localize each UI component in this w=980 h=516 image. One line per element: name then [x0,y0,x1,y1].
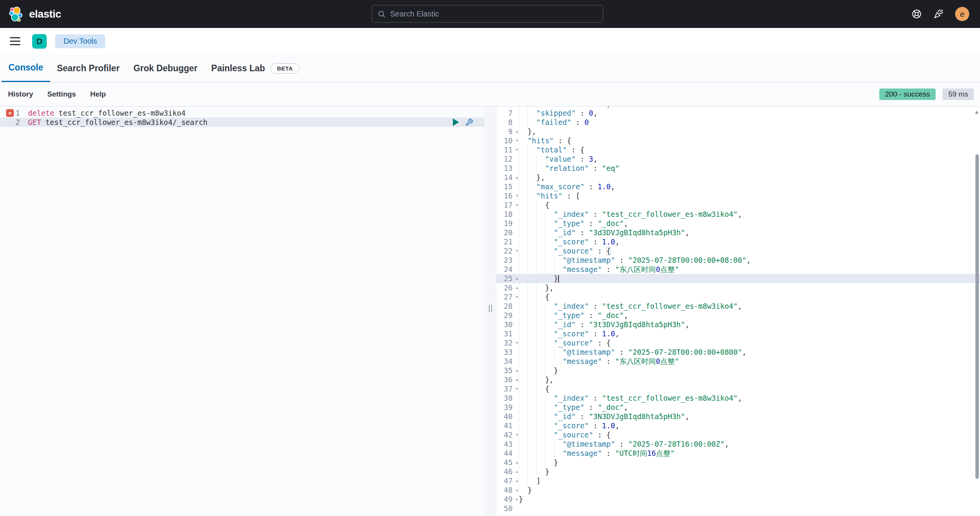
console-menu-settings[interactable]: Settings [47,90,76,98]
response-line[interactable]: 10▾ "hits" : { [497,136,980,145]
fold-close-icon[interactable]: ▴ [515,375,518,384]
response-line[interactable]: 32▾ "_source" : { [497,338,980,347]
user-avatar[interactable]: e [955,7,969,21]
indent-guide [528,320,528,329]
tab-grok-debugger[interactable]: Grok Debugger [126,54,204,82]
fold-open-icon[interactable]: ▾ [515,384,518,393]
response-line[interactable]: 25▴ } [497,274,980,283]
response-line[interactable]: 44 "message" : "UTC时间16点整" [497,449,980,458]
response-line[interactable]: 22▾ "_source" : { [497,246,980,256]
scrollbar-thumb[interactable] [975,154,979,479]
fold-close-icon[interactable]: ▴ [515,283,518,292]
editor-line[interactable]: ×1delete test_ccr_follower_es-m8w3iko4 [0,108,485,118]
response-line[interactable]: 45▴ } [497,458,980,467]
response-line[interactable]: 43 "@timestamp" : "2025-07-28T16:00:00Z"… [497,439,980,449]
response-line[interactable]: 46▴ } [497,467,980,476]
search-input[interactable] [390,10,598,18]
fold-open-icon[interactable]: ▾ [515,136,518,145]
response-line[interactable]: 28 "_index" : "test_ccr_follower_es-m8w3… [497,301,980,311]
indent-guide [545,301,546,311]
fold-close-icon[interactable]: ▴ [515,173,518,182]
indent-guide [528,421,528,430]
tab-painless-lab[interactable]: Painless Lab BETA [204,54,306,82]
response-line[interactable]: 12 "value" : 3, [497,154,980,164]
response-line[interactable]: 41 "_score" : 1.0, [497,421,980,430]
breadcrumb-dev-tools[interactable]: Dev Tools [55,34,105,48]
response-line[interactable]: 27▾ { [497,292,980,301]
response-line[interactable]: 47▴ ] [497,476,980,485]
response-line[interactable]: 16▾ "hits" : [ [497,191,980,200]
code-token: : [589,238,602,246]
fold-close-icon[interactable]: ▴ [515,476,518,485]
fold-open-icon[interactable]: ▾ [515,145,518,154]
request-options-wrench-icon[interactable] [465,118,473,126]
response-line[interactable]: 23 "@timestamp" : "2025-07-28T00:00:00+0… [497,256,980,265]
gutter-cell: 29 [497,311,519,320]
console-input-editor[interactable]: ×1delete test_ccr_follower_es-m8w3iko42G… [0,106,485,516]
newsfeed-cheer-icon[interactable] [933,9,944,19]
fold-close-icon[interactable]: ▴ [515,485,518,495]
response-line[interactable]: 39 "_type" : "_doc", [497,403,980,412]
response-line[interactable]: 11▾ "total" : { [497,145,980,154]
fold-open-icon[interactable]: ▾ [515,191,518,200]
tab-console[interactable]: Console [2,54,50,82]
fold-open-icon[interactable]: ▾ [515,430,518,439]
response-line[interactable]: 35▴ } [497,366,980,375]
response-line[interactable]: 38 "_index" : "test_ccr_follower_es-m8w3… [497,393,980,403]
console-menu-help[interactable]: Help [90,90,106,98]
response-line[interactable]: 14▴ }, [497,173,980,182]
response-line[interactable]: 20 "_id" : "3d3DVJgBIqd8hta5pH3h", [497,228,980,237]
response-line[interactable]: 29 "_type" : "_doc", [497,311,980,320]
resizer-grip-icon[interactable] [489,305,492,312]
menu-hamburger-icon[interactable] [10,37,20,45]
response-line[interactable]: 37▾ { [497,384,980,393]
pane-resizer[interactable] [485,106,496,516]
space-avatar[interactable]: D [32,34,47,49]
response-line[interactable]: 26▴ }, [497,283,980,292]
response-line[interactable]: 30 "_id" : "3t3DVJgBIqd8hta5pH3h", [497,320,980,329]
editor-line[interactable]: 2GET test_ccr_follower_es-m8w3iko4/_sear… [0,118,485,127]
code-line: }, [519,283,980,292]
tab-search-profiler[interactable]: Search Profiler [50,54,127,82]
response-line[interactable]: 17▾ { [497,200,980,210]
help-life-buoy-icon[interactable] [911,9,922,19]
scroll-up-arrow-icon[interactable]: ▲ [974,109,979,115]
fold-close-icon[interactable]: ▴ [515,366,518,375]
response-line[interactable]: 18 "_index" : "test_ccr_follower_es-m8w3… [497,210,980,219]
response-line[interactable]: 34 "message" : "东八区时间0点整" [497,357,980,366]
response-line[interactable]: 42▾ "_source" : { [497,430,980,439]
response-line[interactable]: 48▴ } [497,485,980,495]
response-line[interactable]: 8 "failed" : 0 [497,118,980,127]
code-token: "_id" [554,320,576,329]
response-line[interactable]: 24 "message" : "东八区时间0点整" [497,265,980,274]
elastic-brand[interactable]: elastic [8,6,61,22]
response-line[interactable]: 13 "relation" : "eq" [497,164,980,173]
response-line[interactable]: 50 [497,504,980,513]
response-line[interactable]: 31 "_score" : 1.0, [497,329,980,338]
fold-close-icon[interactable]: ▴ [515,274,518,283]
fold-close-icon[interactable]: ▴ [515,467,518,476]
response-line[interactable]: 19 "_type" : "_doc", [497,219,980,228]
indent-guide [536,210,537,219]
response-line[interactable]: 7 "skipped" : 0, [497,108,980,118]
response-line[interactable]: 40 "_id" : "3N3DVJgBIqd8hta5pH3h", [497,412,980,421]
response-line[interactable]: 21 "_score" : 1.0, [497,237,980,246]
console-menu-history[interactable]: History [8,90,33,98]
fold-close-icon[interactable]: ▴ [515,458,518,467]
global-search[interactable] [372,5,603,23]
response-line[interactable]: 49▴} [497,495,980,504]
code-token: , [685,228,689,237]
response-line[interactable]: 33 "@timestamp" : "2025-07-28T00:00:00+0… [497,347,980,357]
fold-open-icon[interactable]: ▾ [515,338,518,347]
response-line[interactable]: 36▴ }, [497,375,980,384]
fold-open-icon[interactable]: ▾ [515,292,518,301]
response-line[interactable]: 9▴ }, [497,127,980,136]
response-line[interactable]: 15 "max_score" : 1.0, [497,182,980,191]
fold-open-icon[interactable]: ▾ [515,246,518,256]
fold-close-icon[interactable]: ▴ [515,495,518,504]
console-response-editor[interactable]: 6 "successful" : 2,7 "skipped" : 0,8 "fa… [496,106,980,516]
fold-open-icon[interactable]: ▾ [515,200,518,210]
fold-close-icon[interactable]: ▴ [515,127,518,136]
send-request-button[interactable] [453,118,459,126]
indent-guide [545,228,546,237]
